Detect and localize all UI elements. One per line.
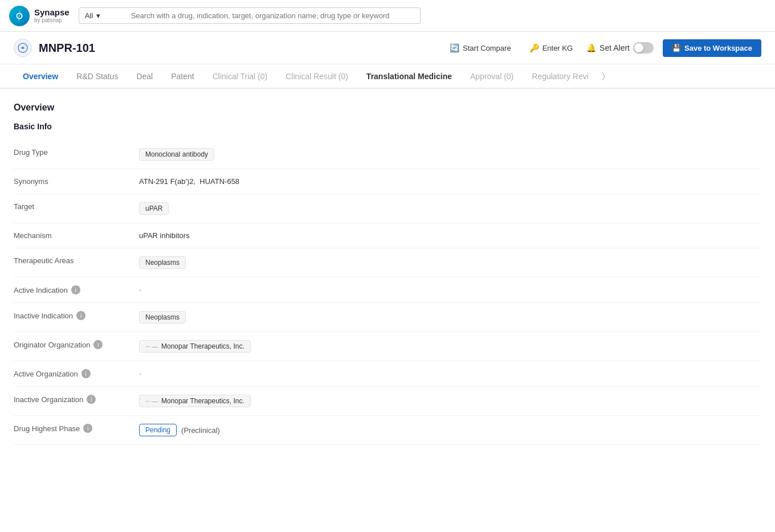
logo-name: Synapse [34,8,70,18]
tab-clinical-trial: Clinical Trial (0) [203,65,276,89]
enter-kg-label: Enter KG [542,44,573,52]
search-bar: All ▾ [79,7,421,24]
alert-icon: 🔔 [586,43,596,52]
drug-icon [14,39,32,57]
save-icon: 💾 [672,44,681,52]
value-active-org: - [139,369,141,378]
therapeutic-areas-tag[interactable]: Neoplasms [139,256,186,269]
enter-kg-button[interactable]: 🔑 Enter KG [525,41,577,55]
drug-highest-phase-tag: Pending [139,424,177,436]
logo-text: Synapse by patsnap [34,8,70,24]
info-row-inactive-indication: Inactive Indication i Neoplasms [14,303,761,332]
drug-phase-extra: (Preclinical) [181,426,220,435]
value-therapeutic-areas: Neoplasms [139,256,186,269]
inactive-indication-tag[interactable]: Neoplasms [139,311,186,324]
active-org-dash: - [139,369,141,378]
inactive-org-info-icon[interactable]: i [87,395,96,404]
drug-highest-phase-info-icon[interactable]: i [83,424,92,433]
save-to-workspace-button[interactable]: 💾 Save to Workspace [663,39,761,57]
label-inactive-org: Inactive Organization i [14,395,139,404]
label-drug-type: Drug Type [14,148,139,157]
tabs-bar: Overview R&D Status Deal Patent Clinical… [0,64,775,89]
drug-actions: 🔄 Start Compare 🔑 Enter KG 🔔 Set Alert 💾… [445,39,761,57]
tab-deal[interactable]: Deal [127,65,162,89]
content-area: Overview Basic Info Drug Type Monoclonal… [0,89,775,459]
kg-icon: 🔑 [529,43,539,52]
drug-header: MNPR-101 🔄 Start Compare 🔑 Enter KG 🔔 Se… [0,32,775,64]
info-row-inactive-org: Inactive Organization i ←— Monopar Thera… [14,387,761,416]
value-synonyms: ATN-291 F(ab')2, HUATN-658 [139,177,239,186]
value-inactive-indication: Neoplasms [139,311,186,324]
set-alert-label: Set Alert [599,43,630,52]
info-row-synonyms: Synonyms ATN-291 F(ab')2, HUATN-658 [14,169,761,194]
inactive-org-logo-icon: ←— [145,398,158,404]
info-row-active-indication: Active Indication i - [14,277,761,303]
value-active-indication: - [139,285,141,294]
tab-more-icon[interactable]: 〉 [598,64,610,88]
originator-org-tag[interactable]: ←— Monopar Therapeutics, Inc. [139,340,251,353]
logo-area: Synapse by patsnap [9,6,70,26]
chevron-down-icon: ▾ [96,11,100,20]
tab-regulatory-review: Regulatory Revi [523,65,598,89]
search-type-label: All [85,11,93,20]
target-tag[interactable]: uPAR [139,202,169,215]
info-row-originator-org: Originator Organization i ←— Monopar The… [14,332,761,361]
originator-org-info-icon[interactable]: i [93,340,103,349]
start-compare-label: Start Compare [463,44,511,52]
label-inactive-indication: Inactive Indication i [14,311,139,320]
label-mechanism: Mechanism [14,231,139,240]
search-input[interactable] [124,7,421,24]
value-originator-org: ←— Monopar Therapeutics, Inc. [139,340,251,353]
label-drug-highest-phase: Drug Highest Phase i [14,424,139,433]
tab-clinical-result: Clinical Result (0) [276,65,357,89]
search-type-dropdown[interactable]: All ▾ [79,7,124,24]
label-active-indication: Active Indication i [14,285,139,294]
top-navigation-bar: Synapse by patsnap All ▾ [0,0,775,32]
info-row-target: Target uPAR [14,194,761,223]
inactive-org-tag[interactable]: ←— Monopar Therapeutics, Inc. [139,395,251,407]
value-mechanism: uPAR inhibitors [139,231,190,240]
overview-section-title: Overview [14,103,761,113]
info-row-active-org: Active Organization i - [14,361,761,387]
logo-sub: by patsnap [34,17,70,23]
basic-info-subtitle: Basic Info [14,122,761,131]
label-active-org: Active Organization i [14,369,139,378]
tab-overview[interactable]: Overview [14,65,67,89]
value-drug-highest-phase: Pending (Preclinical) [139,424,220,436]
save-to-workspace-label: Save to Workspace [684,44,752,52]
active-indication-dash: - [139,285,141,294]
inactive-indication-info-icon[interactable]: i [76,311,85,320]
drug-title: MNPR-101 [39,42,445,55]
set-alert-container: 🔔 Set Alert [586,42,654,54]
org-logo-icon: ←— [145,343,158,350]
label-therapeutic-areas: Therapeutic Areas [14,256,139,265]
logo-icon [9,6,30,26]
set-alert-toggle[interactable] [633,42,654,54]
label-synonyms: Synonyms [14,177,139,186]
tab-translational-medicine[interactable]: Translational Medicine [357,65,461,89]
tab-rd-status[interactable]: R&D Status [67,65,127,89]
value-target: uPAR [139,202,169,215]
info-row-therapeutic-areas: Therapeutic Areas Neoplasms [14,248,761,277]
value-drug-type: Monoclonal antibody [139,148,214,161]
active-indication-info-icon[interactable]: i [71,285,80,294]
label-target: Target [14,202,139,211]
start-compare-button[interactable]: 🔄 Start Compare [445,41,516,55]
info-row-drug-highest-phase: Drug Highest Phase i Pending (Preclinica… [14,416,761,445]
svg-point-2 [22,47,24,49]
info-row-drug-type: Drug Type Monoclonal antibody [14,140,761,169]
compare-icon: 🔄 [450,43,459,52]
tab-approval: Approval (0) [461,65,523,89]
info-row-mechanism: Mechanism uPAR inhibitors [14,223,761,248]
label-originator-org: Originator Organization i [14,340,139,349]
value-inactive-org: ←— Monopar Therapeutics, Inc. [139,395,251,407]
drug-type-tag: Monoclonal antibody [139,148,214,161]
active-org-info-icon[interactable]: i [81,369,91,378]
tab-patent[interactable]: Patent [162,65,203,89]
toggle-knob [634,43,643,52]
